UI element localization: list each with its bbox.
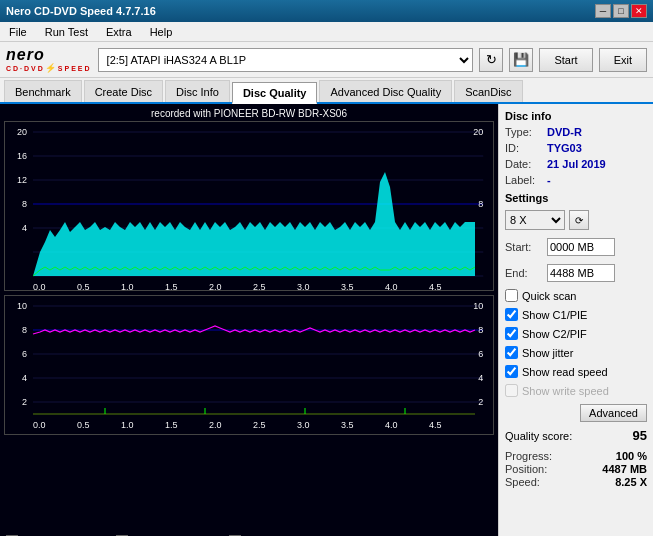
end-label: End:	[505, 267, 543, 279]
tab-disc-info[interactable]: Disc Info	[165, 80, 230, 102]
menu-bar: File Run Test Extra Help	[0, 22, 653, 42]
disc-info-title: Disc info	[505, 110, 647, 122]
disc-label-value: -	[547, 174, 551, 186]
svg-text:0.5: 0.5	[77, 282, 90, 290]
disc-label-row: Label: -	[505, 174, 647, 186]
svg-text:4: 4	[22, 373, 27, 383]
tab-create-disc[interactable]: Create Disc	[84, 80, 163, 102]
disc-date-value: 21 Jul 2019	[547, 158, 606, 170]
quality-score-value: 95	[633, 428, 647, 443]
drive-select[interactable]: [2:5] ATAPI iHAS324 A BL1P	[98, 48, 474, 72]
progress-label: Progress:	[505, 450, 552, 462]
svg-text:2.5: 2.5	[253, 282, 266, 290]
svg-text:2: 2	[22, 397, 27, 407]
speed-select[interactable]: 8 X	[505, 210, 565, 230]
tab-scan-disc[interactable]: ScanDisc	[454, 80, 522, 102]
quick-scan-label: Quick scan	[522, 290, 576, 302]
maximize-button[interactable]: □	[613, 4, 629, 18]
settings-title: Settings	[505, 192, 647, 204]
position-row: Position: 4487 MB	[505, 463, 647, 475]
start-input[interactable]	[547, 238, 615, 256]
chart-area: recorded with PIONEER BD-RW BDR-XS06 20 …	[0, 104, 498, 536]
show-jitter-row: Show jitter	[505, 346, 647, 359]
show-write-speed-row: Show write speed	[505, 384, 647, 397]
quick-scan-row: Quick scan	[505, 289, 647, 302]
nero-logo: nero	[6, 47, 45, 63]
speed-value: 8.25 X	[615, 476, 647, 488]
menu-help[interactable]: Help	[145, 24, 178, 40]
disc-type-label: Type:	[505, 126, 543, 138]
svg-text:20: 20	[473, 127, 483, 137]
svg-text:4.5: 4.5	[429, 420, 442, 430]
disc-label-label: Label:	[505, 174, 543, 186]
main-content: recorded with PIONEER BD-RW BDR-XS06 20 …	[0, 104, 653, 536]
svg-text:2: 2	[478, 397, 483, 407]
refresh-icon[interactable]: ↻	[479, 48, 503, 72]
svg-marker-14	[33, 172, 475, 276]
reset-icon[interactable]: ⟳	[569, 210, 589, 230]
advanced-button[interactable]: Advanced	[580, 404, 647, 422]
show-read-speed-checkbox[interactable]	[505, 365, 518, 378]
quick-scan-checkbox[interactable]	[505, 289, 518, 302]
disc-id-row: ID: TYG03	[505, 142, 647, 154]
right-panel: Disc info Type: DVD-R ID: TYG03 Date: 21…	[498, 104, 653, 536]
end-setting-row: End:	[505, 264, 647, 282]
bottom-chart: 10 8 6 4 2 10 8 6 4 2	[4, 295, 494, 435]
show-write-speed-label: Show write speed	[522, 385, 609, 397]
svg-text:8: 8	[478, 199, 483, 209]
show-c1-row: Show C1/PIE	[505, 308, 647, 321]
svg-text:1.0: 1.0	[121, 420, 134, 430]
menu-run-test[interactable]: Run Test	[40, 24, 93, 40]
show-c1-checkbox[interactable]	[505, 308, 518, 321]
tab-benchmark[interactable]: Benchmark	[4, 80, 82, 102]
position-value: 4487 MB	[602, 463, 647, 475]
minimize-button[interactable]: ─	[595, 4, 611, 18]
svg-text:8: 8	[478, 325, 483, 335]
speed-row: Speed: 8.25 X	[505, 476, 647, 488]
menu-file[interactable]: File	[4, 24, 32, 40]
svg-text:8: 8	[22, 325, 27, 335]
svg-text:12: 12	[17, 175, 27, 185]
menu-extra[interactable]: Extra	[101, 24, 137, 40]
exit-button[interactable]: Exit	[599, 48, 647, 72]
show-c2-row: Show C2/PIF	[505, 327, 647, 340]
close-button[interactable]: ✕	[631, 4, 647, 18]
end-input[interactable]	[547, 264, 615, 282]
top-chart: 20 16 12 8 4 20 8 0.0 0.5 1.0 1.5 2.0 2.…	[4, 121, 494, 291]
start-button[interactable]: Start	[539, 48, 592, 72]
svg-text:0.0: 0.0	[33, 420, 46, 430]
svg-text:3.5: 3.5	[341, 282, 354, 290]
app-title: Nero CD-DVD Speed 4.7.7.16	[6, 5, 156, 17]
show-jitter-checkbox[interactable]	[505, 346, 518, 359]
save-icon[interactable]: 💾	[509, 48, 533, 72]
nero-sub: CD·DVD⚡SPEED	[6, 63, 92, 73]
svg-text:0.5: 0.5	[77, 420, 90, 430]
progress-row: Progress: 100 %	[505, 450, 647, 462]
show-write-speed-checkbox	[505, 384, 518, 397]
show-jitter-label: Show jitter	[522, 347, 573, 359]
svg-text:2.0: 2.0	[209, 420, 222, 430]
disc-id-label: ID:	[505, 142, 543, 154]
show-c2-checkbox[interactable]	[505, 327, 518, 340]
svg-text:16: 16	[17, 151, 27, 161]
svg-text:6: 6	[478, 349, 483, 359]
svg-text:4: 4	[478, 373, 483, 383]
svg-text:20: 20	[17, 127, 27, 137]
logo-area: nero CD·DVD⚡SPEED	[6, 47, 92, 73]
progress-section: Progress: 100 % Position: 4487 MB Speed:…	[505, 449, 647, 489]
title-bar: Nero CD-DVD Speed 4.7.7.16 ─ □ ✕	[0, 0, 653, 22]
tab-advanced-disc-quality[interactable]: Advanced Disc Quality	[319, 80, 452, 102]
svg-text:4.0: 4.0	[385, 420, 398, 430]
svg-text:1.5: 1.5	[165, 282, 178, 290]
tabs-bar: Benchmark Create Disc Disc Info Disc Qua…	[0, 78, 653, 104]
svg-text:2.0: 2.0	[209, 282, 222, 290]
tab-disc-quality[interactable]: Disc Quality	[232, 82, 318, 104]
svg-text:1.0: 1.0	[121, 282, 134, 290]
svg-text:3.0: 3.0	[297, 420, 310, 430]
title-bar-controls: ─ □ ✕	[595, 4, 647, 18]
svg-text:8: 8	[22, 199, 27, 209]
disc-type-value: DVD-R	[547, 126, 582, 138]
disc-id-value: TYG03	[547, 142, 582, 154]
title-bar-title: Nero CD-DVD Speed 4.7.7.16	[6, 5, 156, 17]
svg-text:3.5: 3.5	[341, 420, 354, 430]
